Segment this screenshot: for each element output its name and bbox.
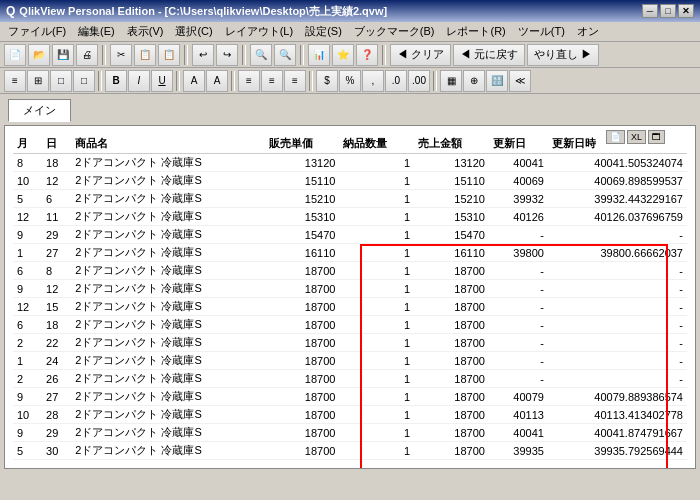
separator-4 xyxy=(300,45,304,65)
save-button[interactable]: 💾 xyxy=(52,44,74,66)
close-button[interactable]: ✕ xyxy=(678,4,694,18)
app-icon: Q xyxy=(6,4,15,18)
table-row: 9122ドアコンパクト 冷蔵庫S18700118700-- xyxy=(13,280,687,298)
title-bar-buttons: ─ □ ✕ xyxy=(642,4,694,18)
col-product: 商品名 xyxy=(71,134,264,154)
paste-button[interactable]: 📋 xyxy=(158,44,180,66)
help-button[interactable]: ❓ xyxy=(356,44,378,66)
separator-2 xyxy=(184,45,188,65)
table-row: 1272ドアコンパクト 冷蔵庫S161101161103980039800.66… xyxy=(13,244,687,262)
tb2-btn3[interactable]: □ xyxy=(50,70,72,92)
col-month: 月 xyxy=(13,134,42,154)
tb2-btn1[interactable]: ≡ xyxy=(4,70,26,92)
table-row: 9292ドアコンパクト 冷蔵庫S15470115470-- xyxy=(13,226,687,244)
tb2-btn14[interactable]: % xyxy=(339,70,361,92)
tab-main[interactable]: メイン xyxy=(8,99,71,122)
sep-t2-1 xyxy=(98,71,102,91)
menu-report[interactable]: レポート(R) xyxy=(440,22,511,41)
data-table: 月 日 商品名 販売単価 納品数量 売上金額 更新日 更新日時 8182ドアコン… xyxy=(13,134,687,460)
menu-bookmark[interactable]: ブックマーク(B) xyxy=(348,22,441,41)
tb2-btn19[interactable]: ⊕ xyxy=(463,70,485,92)
col-price: 販売単価 xyxy=(265,134,340,154)
col-qty: 納品数量 xyxy=(339,134,414,154)
sep-t2-4 xyxy=(309,71,313,91)
tb2-btn11[interactable]: ≡ xyxy=(261,70,283,92)
undo-button[interactable]: ↩ xyxy=(192,44,214,66)
menu-on[interactable]: オン xyxy=(571,22,605,41)
redo-text-button[interactable]: やり直し ▶ xyxy=(527,44,599,66)
star-button[interactable]: ⭐ xyxy=(332,44,354,66)
sep-t2-5 xyxy=(433,71,437,91)
maximize-button[interactable]: □ xyxy=(660,4,676,18)
menu-edit[interactable]: 編集(E) xyxy=(72,22,121,41)
minimize-button[interactable]: ─ xyxy=(642,4,658,18)
menu-bar: ファイル(F) 編集(E) 表示(V) 選択(C) レイアウト(L) 設定(S)… xyxy=(0,22,700,42)
copy-button[interactable]: 📋 xyxy=(134,44,156,66)
toolbar-2: ≡ ⊞ □ □ B I U A A ≡ ≡ ≡ $ % , .0 .00 ▦ ⊕… xyxy=(0,68,700,94)
table-row: 8182ドアコンパクト 冷蔵庫S131201131204004140041.50… xyxy=(13,154,687,172)
cut-button[interactable]: ✂ xyxy=(110,44,132,66)
tb2-btn20[interactable]: 🔠 xyxy=(486,70,508,92)
tb2-btn12[interactable]: ≡ xyxy=(284,70,306,92)
table-row: 2222ドアコンパクト 冷蔵庫S18700118700-- xyxy=(13,334,687,352)
table-row: 562ドアコンパクト 冷蔵庫S152101152103993239932.443… xyxy=(13,190,687,208)
table-row: 10282ドアコンパクト 冷蔵庫S187001187004011340113.4… xyxy=(13,406,687,424)
table-resize-icon[interactable]: 🗔 xyxy=(648,130,665,144)
new-button[interactable]: 📄 xyxy=(4,44,26,66)
separator-5 xyxy=(382,45,386,65)
table-row: 2262ドアコンパクト 冷蔵庫S18700118700-- xyxy=(13,370,687,388)
menu-settings[interactable]: 設定(S) xyxy=(299,22,348,41)
tb2-btn9[interactable]: A xyxy=(206,70,228,92)
sep-t2-3 xyxy=(231,71,235,91)
tb2-btn2[interactable]: ⊞ xyxy=(27,70,49,92)
redo-button[interactable]: ↪ xyxy=(216,44,238,66)
tab-bar: メイン xyxy=(0,94,700,121)
table-row: 6182ドアコンパクト 冷蔵庫S18700118700-- xyxy=(13,316,687,334)
table-row: 9272ドアコンパクト 冷蔵庫S187001187004007940079.88… xyxy=(13,388,687,406)
tb2-btn17[interactable]: .00 xyxy=(408,70,430,92)
inner-window: 📄 XL 🗔 月 日 商品名 販売単価 納品数量 売上金額 更新日 更新 xyxy=(4,125,696,469)
col-updateday: 更新日 xyxy=(489,134,548,154)
toolbar-1: 📄 📂 💾 🖨 ✂ 📋 📋 ↩ ↪ 🔍 🔍 📊 ⭐ ❓ ◀ クリア ◀ 元に戻す… xyxy=(0,42,700,68)
table-row: 12112ドアコンパクト 冷蔵庫S153101153104012640126.0… xyxy=(13,208,687,226)
print-button[interactable]: 🖨 xyxy=(76,44,98,66)
separator-1 xyxy=(102,45,106,65)
menu-layout[interactable]: レイアウト(L) xyxy=(219,22,299,41)
tb2-btn7[interactable]: U xyxy=(151,70,173,92)
separator-3 xyxy=(242,45,246,65)
tb2-btn4[interactable]: □ xyxy=(73,70,95,92)
main-content: 📄 XL 🗔 月 日 商品名 販売単価 納品数量 売上金額 更新日 更新 xyxy=(0,121,700,473)
zoomin-button[interactable]: 🔍 xyxy=(250,44,272,66)
menu-file[interactable]: ファイル(F) xyxy=(2,22,72,41)
table-header-row: 月 日 商品名 販売単価 納品数量 売上金額 更新日 更新日時 xyxy=(13,134,687,154)
table-row: 682ドアコンパクト 冷蔵庫S18700118700-- xyxy=(13,262,687,280)
table-row: 5302ドアコンパクト 冷蔵庫S187001187003993539935.79… xyxy=(13,442,687,460)
table-doc-icon[interactable]: 📄 xyxy=(606,130,625,144)
zoomout-button[interactable]: 🔍 xyxy=(274,44,296,66)
table-toolbar: 📄 XL 🗔 xyxy=(606,130,665,144)
tb2-btn16[interactable]: .0 xyxy=(385,70,407,92)
col-sales: 売上金額 xyxy=(414,134,489,154)
tb2-btn18[interactable]: ▦ xyxy=(440,70,462,92)
menu-view[interactable]: 表示(V) xyxy=(121,22,170,41)
title-text: QlikView Personal Edition - [C:\Users\ql… xyxy=(19,4,387,19)
tb2-btn15[interactable]: , xyxy=(362,70,384,92)
table-row: 12152ドアコンパクト 冷蔵庫S18700118700-- xyxy=(13,298,687,316)
chart-button[interactable]: 📊 xyxy=(308,44,330,66)
undo-text-button[interactable]: ◀ 元に戻す xyxy=(453,44,525,66)
title-bar: Q QlikView Personal Edition - [C:\Users\… xyxy=(0,0,700,22)
clear-button[interactable]: ◀ クリア xyxy=(390,44,451,66)
tb2-btn8[interactable]: A xyxy=(183,70,205,92)
tb2-btn5[interactable]: B xyxy=(105,70,127,92)
open-button[interactable]: 📂 xyxy=(28,44,50,66)
tb2-btn21[interactable]: ≪ xyxy=(509,70,531,92)
menu-select[interactable]: 選択(C) xyxy=(169,22,218,41)
table-xl-icon[interactable]: XL xyxy=(627,130,646,144)
table-container[interactable]: 📄 XL 🗔 月 日 商品名 販売単価 納品数量 売上金額 更新日 更新 xyxy=(5,126,695,468)
tb2-btn10[interactable]: ≡ xyxy=(238,70,260,92)
menu-tools[interactable]: ツール(T) xyxy=(512,22,571,41)
col-day: 日 xyxy=(42,134,71,154)
tb2-btn6[interactable]: I xyxy=(128,70,150,92)
table-row: 9292ドアコンパクト 冷蔵庫S187001187004004140041.87… xyxy=(13,424,687,442)
tb2-btn13[interactable]: $ xyxy=(316,70,338,92)
